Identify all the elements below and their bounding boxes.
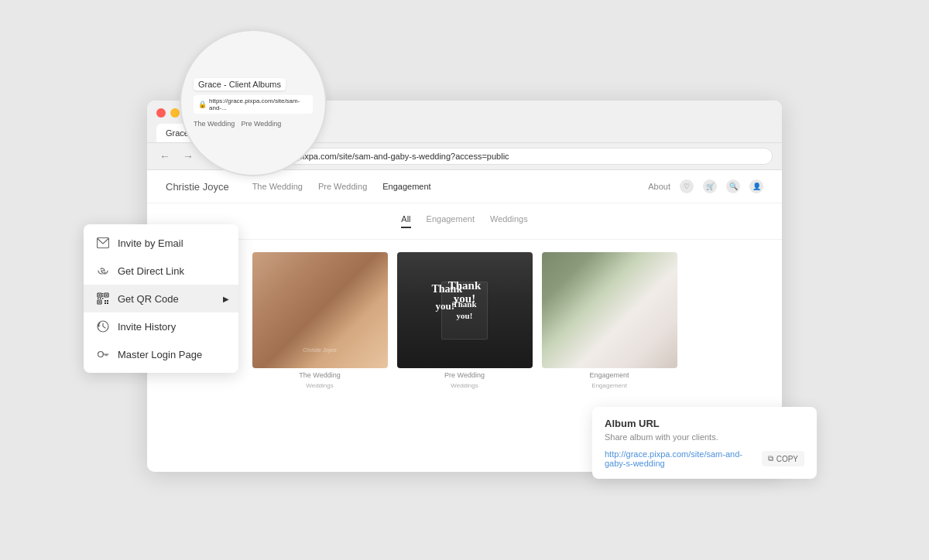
filter-all[interactable]: All — [401, 214, 410, 228]
svg-rect-9 — [105, 302, 106, 304]
menu-master-login[interactable]: Master Login Page — [84, 340, 238, 368]
svg-rect-15 — [100, 298, 101, 299]
svg-rect-4 — [106, 295, 108, 296]
photo-2: Thank you! Thank you! — [397, 252, 533, 368]
photo-item-2[interactable]: Thank you! Thank you! Pre Wedding Weddin… — [397, 252, 533, 389]
master-login-label: Master Login Page — [118, 349, 202, 360]
photo-item-3[interactable]: Engagement Engagement — [542, 252, 677, 389]
magnifier-url: 🔒 https://grace.pixpa.com/site/sam-and-.… — [194, 95, 313, 114]
menu-qr-code[interactable]: Get QR Code ▶ — [84, 285, 238, 312]
close-dot[interactable] — [156, 108, 166, 118]
svg-rect-6 — [99, 302, 101, 303]
user-icon: 👤 — [749, 179, 763, 193]
svg-rect-12 — [102, 295, 104, 297]
magnifier-nav-1: The Wedding — [194, 120, 235, 128]
nav-pre-wedding[interactable]: Pre Wedding — [318, 182, 367, 191]
photo-sublabel-1: Weddings — [306, 382, 333, 389]
magnifier-url-text: https://grace.pixpa.com/site/sam-and-... — [209, 97, 308, 111]
header-right: About ♡ 🛒 🔍 👤 — [648, 179, 763, 193]
direct-link-label: Get Direct Link — [118, 265, 184, 277]
svg-rect-10 — [107, 302, 108, 304]
search-icon: 🔍 — [726, 179, 740, 193]
svg-rect-2 — [99, 295, 101, 296]
about-link[interactable]: About — [648, 182, 670, 191]
tooltip-title: Album URL — [605, 418, 804, 429]
photo-3 — [542, 252, 677, 368]
filter-engagement[interactable]: Engagement — [427, 214, 475, 228]
svg-rect-13 — [102, 298, 104, 299]
nav-the-wedding[interactable]: The Wedding — [252, 182, 303, 191]
site-nav: The Wedding Pre Wedding Engagement — [252, 182, 649, 191]
svg-rect-11 — [102, 293, 104, 295]
site-logo: Christie Joyce — [166, 181, 229, 193]
photo-sublabel-3: Engagement — [591, 382, 626, 389]
album-url-tooltip: Album URL Share album with your clients.… — [592, 407, 817, 479]
photo-label-3: Engagement — [589, 371, 629, 379]
magnifier-glass: Grace - Client Albums 🔒 https://grace.pi… — [180, 29, 327, 176]
photo-grid: The Wedding Weddings Thank you! Thank yo… — [147, 240, 782, 401]
cart-icon: 🛒 — [703, 179, 717, 193]
tooltip-subtitle: Share album with your clients. — [605, 432, 804, 442]
qr-icon — [96, 292, 110, 306]
photo-sublabel-2: Weddings — [451, 382, 478, 389]
qr-code-label: Get QR Code — [118, 293, 179, 305]
copy-label: COPY — [776, 455, 798, 463]
menu-invite-email[interactable]: Invite by Email — [84, 229, 238, 257]
invite-history-label: Invite History — [118, 321, 176, 333]
context-menu: Invite by Email Get Direct Link — [84, 224, 238, 373]
nav-engagement[interactable]: Engagement — [382, 182, 430, 191]
filter-weddings[interactable]: Weddings — [490, 214, 528, 228]
svg-rect-7 — [105, 300, 106, 302]
tooltip-url-row: http://grace.pixpa.com/site/sam-and-gaby… — [605, 449, 804, 468]
forward-button[interactable]: → — [180, 148, 197, 165]
svg-rect-14 — [98, 298, 99, 299]
photo-label-1: The Wedding — [299, 371, 340, 379]
filter-tabs: All Engagement Weddings — [147, 203, 782, 240]
photo-item-1[interactable]: The Wedding Weddings — [252, 252, 388, 389]
minimize-dot[interactable] — [170, 108, 180, 118]
key-icon — [96, 347, 110, 361]
history-icon — [96, 319, 110, 333]
menu-invite-history[interactable]: Invite History — [84, 312, 238, 340]
invite-email-label: Invite by Email — [118, 237, 183, 249]
menu-direct-link[interactable]: Get Direct Link — [84, 257, 238, 285]
tooltip-url[interactable]: http://grace.pixpa.com/site/sam-and-gaby… — [605, 449, 762, 468]
svg-rect-8 — [107, 300, 108, 302]
copy-button[interactable]: ⧉ COPY — [762, 451, 804, 466]
photo-label-2: Pre Wedding — [444, 371, 485, 379]
back-button[interactable]: ← — [156, 148, 173, 165]
magnifier-tab-label: Grace - Client Albums — [194, 78, 286, 90]
magnifier-nav-2: Pre Wedding — [241, 120, 281, 128]
submenu-arrow: ▶ — [223, 295, 229, 303]
email-icon — [96, 236, 110, 250]
photo-1 — [252, 252, 388, 368]
link-icon — [96, 264, 110, 278]
copy-icon: ⧉ — [768, 454, 773, 463]
heart-icon: ♡ — [680, 179, 694, 193]
